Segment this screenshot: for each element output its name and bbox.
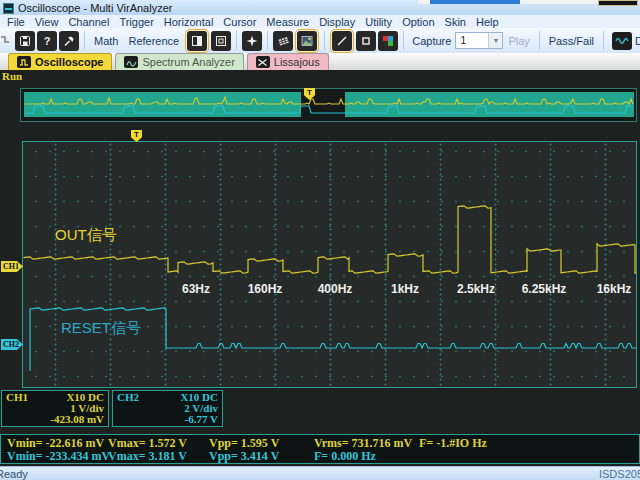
menu-item-utility[interactable]: Utility bbox=[360, 16, 397, 28]
toolbar-separator bbox=[403, 31, 404, 50]
spectrum-icon bbox=[124, 56, 138, 68]
calibrate-icon[interactable] bbox=[273, 31, 293, 51]
toolbar: ? Math Reference bbox=[0, 28, 640, 53]
ch2-trace bbox=[30, 308, 636, 371]
waveform-traces bbox=[23, 142, 636, 387]
tab-lissajous[interactable]: Lissajous bbox=[247, 53, 329, 70]
device-icon[interactable] bbox=[0, 31, 13, 51]
toolbar-separator bbox=[603, 31, 604, 50]
menu-item-display[interactable]: Display bbox=[314, 16, 360, 28]
capture-select[interactable]: 1 ▼ bbox=[455, 32, 503, 49]
measurement-row2-1: Vmax= 3.181 V bbox=[108, 449, 187, 464]
overview-strip[interactable]: T bbox=[20, 88, 637, 122]
color-palette-icon[interactable] bbox=[378, 31, 398, 51]
channel-name: CH2 bbox=[117, 392, 139, 403]
app-icon bbox=[3, 3, 14, 14]
run-status: Run bbox=[2, 70, 22, 82]
passfail-button[interactable]: Pass/Fail bbox=[549, 35, 594, 47]
help-button[interactable]: ? bbox=[37, 31, 57, 51]
edge-dark-box bbox=[598, 0, 638, 6]
freq-label: 400Hz bbox=[303, 282, 367, 296]
measurement-row2-0: Vmin= -233.434 mV bbox=[7, 449, 110, 464]
play-button[interactable]: Play bbox=[508, 35, 529, 47]
capture-label: Capture bbox=[412, 35, 451, 47]
freq-label: 1kHz bbox=[373, 282, 437, 296]
overview-traces bbox=[21, 89, 636, 121]
freq-label: 16kHz bbox=[582, 282, 640, 296]
menu-item-cursor[interactable]: Cursor bbox=[218, 16, 261, 28]
device-model-text: ISDS205 bbox=[599, 468, 640, 480]
status-bar: Ready ISDS205 bbox=[0, 466, 640, 480]
screenshot-icon[interactable] bbox=[297, 31, 317, 51]
status-text: Ready bbox=[0, 468, 28, 480]
save-button[interactable] bbox=[15, 31, 35, 51]
toolbar-separator bbox=[539, 31, 540, 50]
channel-offset: -6.77 V bbox=[117, 414, 218, 425]
channel-panel-ch2[interactable]: CH2X10 DC2 V/div-6.77 V bbox=[112, 390, 223, 427]
toolbar-separator bbox=[324, 31, 325, 50]
menu-item-horizontal[interactable]: Horizontal bbox=[159, 16, 219, 28]
title-bar[interactable]: Oscilloscope - Multi VirAnalyzer bbox=[0, 0, 640, 15]
ch1-marker[interactable]: CH1 bbox=[1, 261, 23, 272]
freq-label: 6.25kHz bbox=[512, 282, 576, 296]
square-icon[interactable] bbox=[356, 31, 376, 51]
menu-item-channel[interactable]: Channel bbox=[63, 16, 114, 28]
oscilloscope-icon bbox=[17, 56, 31, 68]
capture-value: 1 bbox=[460, 35, 466, 46]
menu-bar: FileViewChannelTriggerHorizontalCursorMe… bbox=[0, 15, 640, 28]
window-edge-artifact bbox=[418, 0, 598, 4]
ch2-marker[interactable]: CH2 bbox=[1, 339, 23, 350]
menu-item-measure[interactable]: Measure bbox=[261, 16, 314, 28]
toolbar-separator bbox=[84, 31, 85, 50]
scope-display: Run T T OUT信号 RESET信号 63Hz160Hz400Hz1kHz… bbox=[0, 70, 640, 390]
reset-signal-label: RESET信号 bbox=[61, 319, 141, 338]
channel-panel-ch1[interactable]: CH1X10 DC1 V/div-423.08 mV bbox=[1, 390, 109, 427]
channel-offset: -423.08 mV bbox=[6, 414, 104, 425]
freq-label: 160Hz bbox=[233, 282, 297, 296]
out-signal-label: OUT信号 bbox=[55, 226, 117, 245]
tools-button[interactable] bbox=[59, 31, 79, 51]
freq-label: 2.5kHz bbox=[444, 282, 508, 296]
tab-bar: OscilloscopeSpectrum AnalyzerLissajous bbox=[0, 53, 640, 70]
app-window: Oscilloscope - Multi VirAnalyzer FileVie… bbox=[0, 0, 640, 480]
measurement-row1-4: F= -1.#IO Hz bbox=[419, 436, 487, 451]
overview-ch2-trace bbox=[25, 106, 633, 113]
edge-blue-bar bbox=[430, 0, 520, 4]
math-button[interactable]: Math bbox=[94, 35, 118, 47]
waveform-plot[interactable]: OUT信号 RESET信号 63Hz160Hz400Hz1kHz2.5kHz6.… bbox=[22, 141, 637, 388]
menu-item-file[interactable]: File bbox=[2, 16, 30, 28]
tab-oscilloscope[interactable]: Oscilloscope bbox=[8, 53, 112, 70]
channel-name: CH1 bbox=[6, 392, 28, 403]
menu-item-option[interactable]: Option bbox=[397, 16, 439, 28]
measurement-row2-2: Vpp= 3.414 V bbox=[209, 449, 279, 464]
menu-item-view[interactable]: View bbox=[30, 16, 64, 28]
measurement-row2-3: F= 0.000 Hz bbox=[314, 449, 376, 464]
menu-item-trigger[interactable]: Trigger bbox=[114, 16, 158, 28]
reference-button[interactable]: Reference bbox=[128, 35, 179, 47]
display-split-icon[interactable] bbox=[187, 31, 207, 51]
dds-label: DDS bbox=[635, 35, 640, 47]
overview-ch1-trace bbox=[25, 97, 633, 104]
tab-label: Oscilloscope bbox=[35, 56, 103, 68]
menu-item-help[interactable]: Help bbox=[471, 16, 504, 28]
dds-button[interactable]: DDS bbox=[612, 32, 640, 50]
chevron-down-icon[interactable]: ▼ bbox=[488, 33, 502, 48]
tab-label: Lissajous bbox=[274, 56, 320, 68]
freq-label: 63Hz bbox=[164, 282, 228, 296]
tab-spectrum-analyzer[interactable]: Spectrum Analyzer bbox=[115, 53, 243, 70]
measurement-bar: Vmin= -22.616 mVVmax= 1.572 VVpp= 1.595 … bbox=[0, 434, 640, 464]
display-single-icon[interactable] bbox=[211, 31, 231, 51]
dds-wave-icon bbox=[612, 32, 632, 50]
lissajous-icon bbox=[256, 56, 270, 68]
autoset-icon[interactable] bbox=[242, 31, 262, 51]
toolbar-separator bbox=[236, 31, 237, 50]
menu-item-skin[interactable]: Skin bbox=[440, 16, 471, 28]
cursor-line-icon[interactable] bbox=[332, 31, 352, 51]
window-title: Oscilloscope - Multi VirAnalyzer bbox=[18, 2, 172, 14]
toolbar-separator bbox=[267, 31, 268, 50]
tab-label: Spectrum Analyzer bbox=[142, 56, 234, 68]
